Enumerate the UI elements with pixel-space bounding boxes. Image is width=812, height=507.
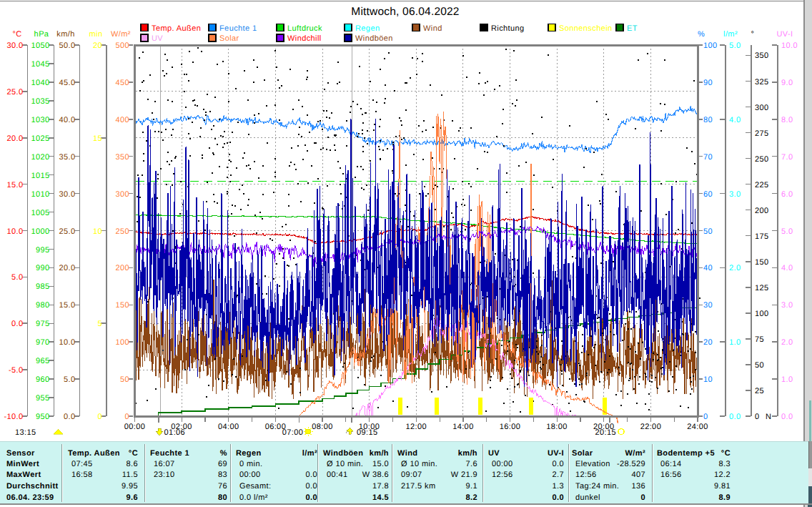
svg-text:950: 950 [36, 413, 50, 421]
svg-text:985: 985 [36, 282, 50, 291]
svg-text:l/m²: l/m² [723, 30, 738, 39]
svg-text:16:56: 16:56 [660, 471, 682, 479]
svg-text:14:00: 14:00 [452, 423, 474, 431]
svg-text:16:07: 16:07 [154, 460, 175, 468]
svg-text:0.0: 0.0 [306, 493, 318, 502]
svg-text:150: 150 [115, 301, 129, 310]
svg-text:Solar: Solar [572, 449, 593, 458]
svg-text:100: 100 [115, 338, 129, 347]
svg-text:W 21.9: W 21.9 [451, 471, 477, 479]
svg-text:40.0: 40.0 [59, 116, 75, 124]
svg-text:MinWert: MinWert [6, 460, 39, 468]
svg-text:11.5: 11.5 [122, 471, 138, 479]
svg-text:5.0: 5.0 [781, 227, 793, 236]
svg-text:-10.0: -10.0 [4, 413, 23, 421]
svg-text:40: 40 [703, 264, 713, 272]
svg-text:4.0: 4.0 [729, 116, 741, 124]
svg-text:07:00: 07:00 [282, 428, 304, 437]
svg-text:960: 960 [36, 375, 50, 384]
svg-text:W/m²: W/m² [625, 449, 645, 458]
svg-text:80: 80 [703, 116, 713, 124]
svg-text:km/h: km/h [56, 30, 74, 39]
svg-text:325: 325 [755, 78, 769, 87]
svg-text:20.0: 20.0 [59, 264, 75, 272]
svg-text:17.8: 17.8 [372, 482, 389, 491]
svg-text:Sonnenschein: Sonnenschein [559, 24, 613, 33]
svg-text:14.5: 14.5 [372, 493, 389, 502]
svg-text:00:00: 00:00 [124, 423, 146, 431]
svg-text:06:14: 06:14 [660, 460, 682, 468]
svg-text:Temp. Außen: Temp. Außen [152, 24, 201, 33]
svg-text:Solar: Solar [219, 34, 239, 43]
svg-text:km/h: km/h [370, 449, 389, 458]
svg-text:50.0: 50.0 [59, 41, 75, 50]
svg-text:965: 965 [36, 357, 50, 365]
svg-text:1025: 1025 [31, 134, 49, 143]
svg-text:Bodentemp +5: Bodentemp +5 [657, 449, 715, 458]
svg-text:Mittwoch, 06.04.2022: Mittwoch, 06.04.2022 [351, 6, 459, 18]
svg-text:23:10: 23:10 [154, 471, 175, 479]
svg-text:8.2: 8.2 [466, 493, 478, 502]
svg-text:12:56: 12:56 [492, 471, 513, 479]
svg-text:24:00: 24:00 [687, 423, 708, 431]
svg-text:°C: °C [129, 449, 138, 458]
svg-text:25: 25 [755, 387, 764, 395]
svg-text:225: 225 [755, 181, 769, 189]
svg-text:08:00: 08:00 [312, 423, 333, 431]
svg-text:1005: 1005 [31, 209, 49, 217]
svg-text:18:00: 18:00 [546, 423, 568, 431]
svg-text:8.6: 8.6 [127, 460, 139, 468]
svg-text:20: 20 [93, 41, 102, 50]
svg-text:00:00: 00:00 [239, 471, 261, 479]
svg-text:8.0: 8.0 [781, 116, 793, 124]
svg-text:10.0: 10.0 [6, 227, 23, 236]
svg-text:5.0: 5.0 [64, 375, 76, 384]
svg-text:%: % [698, 30, 705, 39]
svg-text:Windböen: Windböen [323, 449, 363, 458]
svg-text:6.0: 6.0 [781, 190, 793, 199]
svg-text:0: 0 [755, 413, 760, 421]
svg-text:80: 80 [218, 493, 227, 502]
svg-text:1045: 1045 [31, 60, 49, 69]
svg-text:Wind: Wind [423, 24, 442, 33]
svg-text:dunkel: dunkel [575, 493, 600, 502]
svg-text:12:56: 12:56 [575, 471, 597, 479]
svg-text:1000: 1000 [31, 227, 49, 236]
svg-text:13:15: 13:15 [15, 428, 36, 437]
svg-text:50: 50 [755, 361, 764, 370]
svg-text:Windchill: Windchill [287, 34, 322, 43]
svg-text:30: 30 [703, 301, 713, 310]
svg-text:30.0: 30.0 [6, 41, 23, 50]
svg-text:100: 100 [703, 41, 718, 50]
svg-text:4.0: 4.0 [781, 264, 793, 272]
svg-text:0.0: 0.0 [553, 493, 565, 502]
svg-text:0: 0 [97, 413, 102, 421]
svg-text:Durchschnitt: Durchschnitt [6, 482, 59, 491]
svg-text:150: 150 [755, 258, 769, 267]
svg-text:22:00: 22:00 [640, 423, 662, 431]
svg-text:50: 50 [703, 227, 713, 236]
svg-text:0: 0 [124, 413, 129, 421]
svg-text:2.0: 2.0 [729, 264, 741, 272]
svg-text:W/m²: W/m² [111, 30, 131, 39]
svg-text:2.0: 2.0 [781, 338, 793, 347]
svg-text:Feuchte 1: Feuchte 1 [150, 449, 189, 458]
svg-text:45.0: 45.0 [59, 79, 75, 87]
svg-text:UV-I: UV-I [777, 30, 793, 39]
svg-text:1040: 1040 [31, 79, 49, 87]
svg-text:Windböen: Windböen [355, 34, 393, 43]
svg-text:-5.0: -5.0 [9, 366, 24, 375]
svg-text:1030: 1030 [31, 116, 49, 124]
svg-text:25.0: 25.0 [59, 227, 75, 236]
svg-text:8.9: 8.9 [719, 493, 731, 502]
svg-text:500: 500 [115, 41, 129, 50]
svg-text:00:41: 00:41 [327, 471, 348, 479]
svg-text:9.95: 9.95 [122, 482, 138, 491]
svg-text:975: 975 [36, 320, 50, 328]
svg-text:250: 250 [755, 155, 769, 164]
svg-text:Regen: Regen [236, 449, 262, 458]
svg-text:Sensor: Sensor [6, 449, 35, 458]
svg-text:10.0: 10.0 [59, 338, 75, 347]
svg-text:0.0: 0.0 [11, 320, 24, 328]
svg-text:l/m²: l/m² [302, 449, 317, 458]
